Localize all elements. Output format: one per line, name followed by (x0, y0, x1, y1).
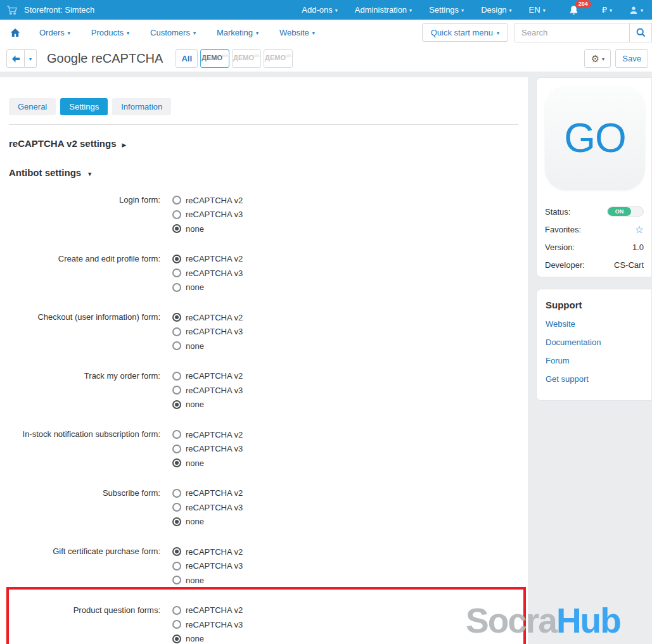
radio-option[interactable]: reCAPTCHA v3 (172, 208, 243, 222)
radio-option[interactable]: reCAPTCHA v3 (172, 266, 243, 281)
menu-design[interactable]: Design▾ (481, 5, 511, 15)
cart-icon[interactable] (6, 5, 18, 15)
radio-option[interactable]: reCAPTCHA v3 (172, 383, 243, 398)
radio-option[interactable]: reCAPTCHA v2 (172, 252, 243, 267)
radio-option[interactable]: reCAPTCHA v3 (172, 559, 243, 574)
support-link-website[interactable]: Website (546, 319, 642, 329)
support-link-get-support[interactable]: Get support (546, 374, 642, 384)
quick-start-menu-button[interactable]: Quick start menu▾ (422, 23, 508, 42)
radio-option[interactable]: none (172, 456, 243, 470)
radio-option-label: reCAPTCHA v2 (186, 371, 243, 381)
storefront-thumb[interactable]: ДЕМОМА (232, 49, 261, 68)
form-group-label: In-stock notification subscription form: (9, 427, 160, 470)
support-link-documentation[interactable]: Documentation (546, 338, 642, 347)
radio-option[interactable]: reCAPTCHA v3 (172, 500, 243, 515)
radio-icon[interactable] (172, 327, 181, 336)
tab-settings[interactable]: Settings (60, 98, 108, 115)
search-input[interactable] (515, 23, 629, 42)
radio-option-label: none (186, 458, 204, 468)
radio-option[interactable]: none (172, 281, 243, 295)
storefront-thumb[interactable]: ДЕМОМА (264, 49, 293, 68)
nav-right: Quick start menu▾ (422, 23, 652, 42)
header-actions: ⚙▾ Save (584, 49, 648, 68)
nav-products[interactable]: Products▾ (91, 28, 129, 37)
settings-gear-button[interactable]: ⚙▾ (584, 49, 611, 68)
chevron-down-icon: ▾ (602, 57, 604, 62)
radio-option[interactable]: reCAPTCHA v2 (172, 486, 243, 501)
storefront-label[interactable]: Storefront: Simtech (24, 5, 94, 15)
chevron-down-icon: ▾ (68, 31, 70, 36)
chevron-down-icon: ▾ (641, 8, 643, 13)
currency-selector[interactable]: ₽▾ (602, 5, 612, 15)
user-account-menu[interactable]: ▾ (629, 6, 643, 15)
menu-settings[interactable]: Settings▾ (429, 5, 464, 15)
radio-option[interactable]: none (172, 515, 243, 529)
radio-icon[interactable] (172, 547, 181, 556)
radio-option[interactable]: none (172, 573, 243, 588)
radio-icon[interactable] (172, 224, 181, 233)
storefront-all-button[interactable]: All (176, 49, 198, 68)
radio-icon[interactable] (172, 372, 181, 381)
radio-option[interactable]: reCAPTCHA v3 (172, 617, 243, 632)
menu-addons[interactable]: Add-ons▾ (302, 5, 337, 15)
tab-general[interactable]: General (9, 98, 56, 115)
radio-option-label: none (186, 400, 204, 409)
nav-orders[interactable]: Orders▾ (39, 28, 70, 37)
tab-information[interactable]: Information (112, 98, 171, 115)
back-button[interactable] (6, 49, 25, 68)
version-label: Version: (545, 243, 575, 252)
nav-website[interactable]: Website▾ (279, 28, 315, 37)
radio-option[interactable]: reCAPTCHA v2 (172, 545, 243, 559)
radio-icon[interactable] (172, 196, 181, 205)
support-link-forum[interactable]: Forum (546, 356, 642, 365)
radio-icon[interactable] (172, 489, 181, 498)
radio-icon[interactable] (172, 458, 181, 467)
star-icon[interactable]: ☆ (635, 224, 644, 236)
radio-icon[interactable] (172, 400, 181, 409)
menu-administration[interactable]: Administration▾ (355, 5, 412, 15)
search-button[interactable] (629, 23, 652, 42)
radio-icon[interactable] (172, 283, 181, 292)
radio-icon[interactable] (172, 445, 181, 453)
radio-option[interactable]: reCAPTCHA v2 (172, 193, 243, 208)
toggle-on-label: ON (608, 207, 631, 216)
radio-icon[interactable] (172, 313, 181, 322)
radio-option[interactable]: reCAPTCHA v3 (172, 442, 243, 457)
radio-icon[interactable] (172, 635, 181, 643)
radio-icon[interactable] (172, 386, 181, 395)
radio-icon[interactable] (172, 606, 181, 615)
page-title: Google reCAPTCHA (47, 51, 163, 66)
radio-icon[interactable] (172, 341, 181, 350)
radio-icon[interactable] (172, 430, 181, 439)
radio-option[interactable]: reCAPTCHA v2 (172, 603, 243, 618)
storefront-thumb-active[interactable]: ДЕМОМА (200, 49, 229, 68)
radio-option[interactable]: none (172, 222, 243, 236)
notifications-bell[interactable]: 204 (569, 5, 578, 15)
radio-icon[interactable] (172, 503, 181, 512)
radio-option[interactable]: none (172, 398, 243, 412)
radio-option[interactable]: reCAPTCHA v2 (172, 427, 243, 442)
radio-option[interactable]: none (172, 632, 243, 644)
radio-option[interactable]: reCAPTCHA v3 (172, 325, 243, 339)
nav-customers[interactable]: Customers▾ (150, 28, 196, 37)
radio-icon[interactable] (172, 210, 181, 219)
section-antibot-settings[interactable]: Antibot settings▼ (9, 167, 528, 178)
home-icon[interactable] (10, 28, 20, 37)
radio-icon[interactable] (172, 620, 181, 629)
chevron-down-icon: ▾ (256, 31, 259, 36)
nav-marketing[interactable]: Marketing▾ (217, 28, 259, 37)
radio-option[interactable]: reCAPTCHA v2 (172, 369, 243, 384)
back-dropdown-button[interactable]: ▾ (25, 49, 37, 68)
radio-option[interactable]: reCAPTCHA v2 (172, 310, 243, 325)
status-toggle[interactable]: ON (607, 206, 644, 217)
form-group-label: Login form: (9, 193, 160, 236)
radio-icon[interactable] (172, 576, 181, 584)
menu-language[interactable]: EN▾ (529, 5, 546, 15)
save-button[interactable]: Save (615, 49, 648, 68)
radio-icon[interactable] (172, 255, 181, 263)
radio-icon[interactable] (172, 562, 181, 571)
radio-option[interactable]: none (172, 339, 243, 353)
radio-icon[interactable] (172, 268, 181, 277)
section-recaptcha-v2-settings[interactable]: reCAPTCHA v2 settings▶ (9, 138, 528, 149)
radio-icon[interactable] (172, 517, 181, 526)
